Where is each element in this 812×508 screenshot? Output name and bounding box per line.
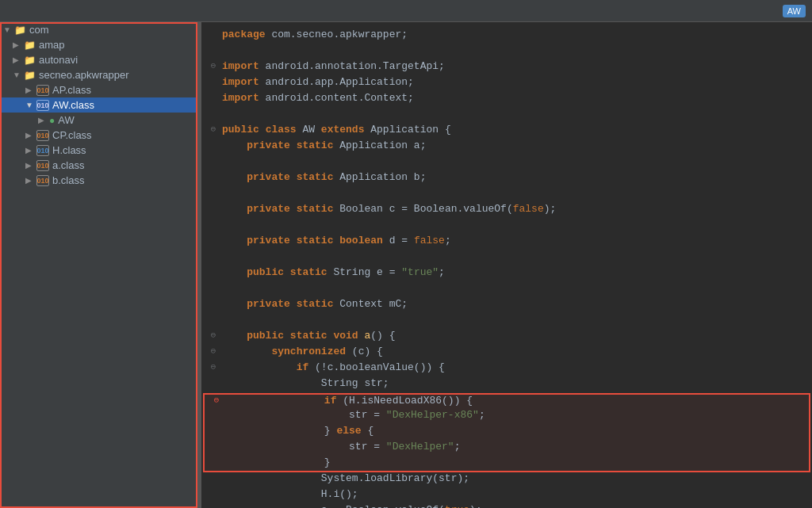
fold-icon-sync[interactable]: ⊖ [208, 346, 219, 356]
code-text-class-decl: public class AW extends Application { [219, 124, 806, 136]
fold-icon-if-bool[interactable]: ⊖ [208, 361, 219, 372]
tree-label-aw-inner: AW [58, 114, 74, 126]
tree-label-amap: amap [39, 39, 65, 51]
code-text-loadlib: System.loadLibrary(str); [219, 472, 806, 484]
code-text-str-decl: String str; [219, 377, 806, 389]
code-line-blank5 [201, 219, 812, 235]
code-line-import1: ⊖ import android.annotation.TargetApi; [201, 60, 812, 76]
arrow-b: ▶ [25, 176, 36, 185]
code-line-blank [201, 44, 812, 60]
code-text-import2: import android.app.Application; [219, 76, 806, 88]
code-line-method-a: ⊖ public static void a() { [201, 330, 812, 346]
arrow-ap: ▶ [25, 86, 36, 94]
code-line-field-e: public static String e = "true"; [201, 266, 812, 282]
tree-item-cp-class[interactable]: ▶ 010 CP.class [0, 128, 197, 143]
code-text-sync: synchronized (c) { [219, 346, 806, 357]
arrow-aw: ▼ [25, 101, 36, 109]
arrow-secneo: ▼ [13, 71, 24, 79]
fold-icon-class[interactable]: ⊖ [208, 124, 219, 134]
fold-icon-if-x86[interactable]: ⊖ [211, 395, 222, 405]
code-text-close-red: } [222, 456, 802, 468]
code-text-field-e: public static String e = "true"; [219, 266, 806, 278]
tree-item-aw-class[interactable]: ▼ 010 AW.class [0, 97, 197, 113]
code-line-if-x86: ⊖ if (H.isNeedLoadX86()) { [203, 393, 810, 409]
tree-item-aw-inner[interactable]: ▶ ● AW [0, 113, 197, 128]
tree-item-secneo[interactable]: ▼ 📁 secneo.apkwrapper [0, 67, 197, 82]
code-text-field-a: private static Application a; [219, 139, 806, 151]
code-text-c-true: c = Boolean.valueOf(true); [219, 504, 806, 508]
tree-item-amap[interactable]: ▶ 📁 amap [0, 37, 197, 52]
code-line: package com.secneo.apkwrapper; [201, 29, 812, 44]
code-text-blank6 [219, 250, 806, 262]
class-icon-aw: 010 [36, 100, 49, 111]
code-line-sync: ⊖ synchronized (c) { [201, 346, 812, 361]
class-icon-cp: 010 [36, 130, 49, 141]
tree-label-b: b.class [52, 174, 84, 186]
title-bar: AW [0, 0, 812, 22]
fold-icon-method-a[interactable]: ⊖ [208, 330, 219, 340]
arrow-autonavi: ▶ [13, 55, 24, 64]
arrow-cp: ▶ [25, 131, 36, 139]
code-line-field-d: private static boolean d = false; [201, 235, 812, 250]
code-line-class-decl: ⊖ public class AW extends Application { [201, 124, 812, 139]
code-text-method-a: public static void a() { [219, 330, 806, 342]
code-text-field-mc: private static Context mC; [219, 298, 806, 310]
code-text-blank7 [219, 282, 806, 294]
code-line-field-b: private static Application b; [201, 171, 812, 187]
class-icon-h: 010 [36, 145, 49, 156]
code-text-field-b: private static Application b; [219, 171, 806, 183]
tree-item-a-class[interactable]: ▶ 010 a.class [0, 158, 197, 173]
tree-item-b-class[interactable]: ▶ 010 b.class [0, 173, 197, 188]
tree-label-ap: AP.class [52, 84, 91, 96]
tree-label-cp: CP.class [52, 129, 92, 141]
folder-icon-secneo: 📁 [24, 70, 36, 81]
tree-item-com[interactable]: ▼ 📁 com [0, 22, 197, 37]
code-line-loadlib: System.loadLibrary(str); [201, 472, 812, 488]
tree-item-h-class[interactable]: ▶ 010 H.class [0, 143, 197, 158]
code-text-blank2 [219, 108, 806, 120]
code-text-else: } else { [222, 425, 802, 437]
code-text-field-c: private static Boolean c = Boolean.value… [219, 203, 806, 215]
tree-item-ap-class[interactable]: ▶ 010 AP.class [0, 82, 197, 97]
tree-label-a: a.class [52, 159, 84, 171]
code-line-field-c: private static Boolean c = Boolean.value… [201, 203, 812, 219]
code-text-blank5 [219, 219, 806, 231]
code-text-field-d: private static boolean d = false; [219, 235, 806, 246]
code-text-import3: import android.content.Context; [219, 92, 806, 104]
arrow-aw-inner: ▶ [38, 116, 49, 124]
code-text-if-x86: if (H.isNeedLoadX86()) { [222, 395, 802, 407]
code-line-blank3 [201, 155, 812, 171]
code-text-if-bool: if (!c.booleanValue()) { [219, 361, 806, 373]
code-line-str-decl: String str; [201, 377, 812, 393]
code-text-blank [219, 44, 806, 56]
code-line-field-a: private static Application a; [201, 139, 812, 155]
code-line-blank6 [201, 250, 812, 266]
tree-label-h: H.class [52, 144, 86, 156]
arrow-h: ▶ [25, 146, 36, 155]
code-text-str-dex86: str = "DexHelper-x86"; [222, 409, 802, 421]
tree-label-autonavi: autonavi [39, 54, 78, 66]
title-badge: AW [783, 5, 806, 17]
code-text-blank4 [219, 187, 806, 199]
code-line-str-dex: str = "DexHelper"; [203, 441, 810, 456]
fold-icon-import[interactable]: ⊖ [208, 60, 219, 71]
class-icon-ap: 010 [36, 85, 49, 96]
folder-icon-com: 📁 [14, 25, 26, 36]
tree-item-autonavi[interactable]: ▶ 📁 autonavi [0, 52, 197, 67]
code-text-hi: H.i(); [219, 488, 806, 500]
tree-label-secneo: secneo.apkwrapper [39, 69, 128, 81]
tree-label-aw: AW.class [52, 99, 94, 111]
code-line-field-mc: private static Context mC; [201, 298, 812, 314]
code-line-blank2 [201, 108, 812, 124]
code-text-blank8 [219, 314, 806, 326]
file-tree-sidebar: ▼ 📁 com ▶ 📁 amap ▶ 📁 autonavi ▼ 📁 secneo… [0, 22, 198, 508]
arrow-com: ▼ [3, 25, 14, 34]
class-icon-a: 010 [36, 160, 49, 171]
code-editor[interactable]: package com.secneo.apkwrapper; ⊖ import … [201, 22, 812, 508]
code-line-blank7 [201, 282, 812, 298]
code-text-str-dex: str = "DexHelper"; [222, 441, 802, 453]
code-line-blank4 [201, 187, 812, 203]
arrow-amap: ▶ [13, 40, 24, 49]
code-line-else: } else { [203, 425, 810, 441]
code-line-import3: import android.content.Context; [201, 92, 812, 108]
